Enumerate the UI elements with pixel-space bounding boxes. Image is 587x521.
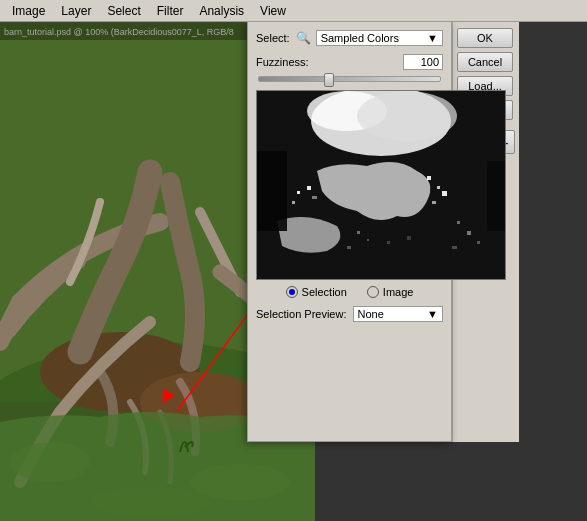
svg-rect-18 — [312, 196, 317, 199]
preview-value: None — [358, 308, 384, 320]
menu-layer[interactable]: Layer — [53, 2, 99, 20]
dialog-panel: Select: 🔍 Sampled Colors ▼ Fuzziness: 10… — [247, 22, 452, 442]
eyedropper-select-icon: 🔍 — [296, 30, 312, 46]
select-dropdown[interactable]: Sampled Colors ▼ — [316, 30, 443, 46]
menu-image[interactable]: Image — [4, 2, 53, 20]
image-radio-circle[interactable] — [367, 286, 379, 298]
svg-point-14 — [357, 91, 457, 141]
svg-rect-29 — [467, 231, 471, 235]
svg-rect-24 — [367, 239, 369, 241]
radio-row: Selection Image — [256, 286, 443, 298]
svg-rect-32 — [257, 151, 287, 231]
color-range-dialog: Select: 🔍 Sampled Colors ▼ Fuzziness: 10… — [247, 22, 587, 442]
fuzziness-label: Fuzziness: — [256, 56, 403, 68]
selection-radio-circle[interactable] — [286, 286, 298, 298]
menu-select[interactable]: Select — [99, 2, 148, 20]
preview-dropdown-arrow-icon: ▼ — [427, 308, 438, 320]
fuzziness-row: Fuzziness: 100 — [256, 54, 443, 70]
svg-rect-16 — [307, 186, 311, 190]
selection-preview-label: Selection Preview: — [256, 308, 347, 320]
svg-rect-27 — [407, 236, 411, 240]
image-radio[interactable]: Image — [367, 286, 414, 298]
svg-rect-15 — [297, 191, 300, 194]
svg-rect-31 — [452, 246, 457, 249]
cancel-button[interactable]: Cancel — [457, 52, 513, 72]
svg-rect-17 — [292, 201, 295, 204]
menu-bar: Image Layer Select Filter Analysis View — [0, 0, 587, 22]
svg-rect-21 — [442, 191, 447, 196]
fuzziness-slider[interactable] — [258, 76, 441, 82]
svg-rect-19 — [427, 176, 431, 180]
menu-view[interactable]: View — [252, 2, 294, 20]
slider-thumb[interactable] — [324, 73, 334, 87]
svg-rect-25 — [347, 246, 351, 249]
canvas-area: barn_tutorial.psd @ 100% (BarkDecidious0… — [0, 22, 587, 521]
menu-filter[interactable]: Filter — [149, 2, 192, 20]
selection-radio-label: Selection — [302, 286, 347, 298]
svg-rect-20 — [437, 186, 440, 189]
preview-image — [256, 90, 506, 280]
dialog-body: Select: 🔍 Sampled Colors ▼ Fuzziness: 10… — [248, 22, 451, 336]
select-value: Sampled Colors — [321, 32, 399, 44]
slider-row — [256, 76, 443, 82]
fuzziness-input[interactable]: 100 — [403, 54, 443, 70]
image-radio-label: Image — [383, 286, 414, 298]
dropdown-arrow-icon: ▼ — [427, 32, 438, 44]
selection-preview-row: Selection Preview: None ▼ — [256, 306, 443, 322]
svg-rect-28 — [457, 221, 460, 224]
svg-rect-26 — [387, 241, 390, 244]
svg-text:barn_tutorial.psd @ 100% (Bark: barn_tutorial.psd @ 100% (BarkDecidious0… — [4, 27, 234, 37]
svg-rect-23 — [357, 231, 360, 234]
svg-rect-22 — [432, 201, 436, 204]
select-row: Select: 🔍 Sampled Colors ▼ — [256, 30, 443, 46]
menu-analysis[interactable]: Analysis — [191, 2, 252, 20]
ok-button[interactable]: OK — [457, 28, 513, 48]
svg-rect-30 — [477, 241, 480, 244]
selection-preview-dropdown[interactable]: None ▼ — [353, 306, 444, 322]
select-label: Select: — [256, 32, 290, 44]
svg-rect-33 — [487, 161, 505, 231]
selection-radio[interactable]: Selection — [286, 286, 347, 298]
